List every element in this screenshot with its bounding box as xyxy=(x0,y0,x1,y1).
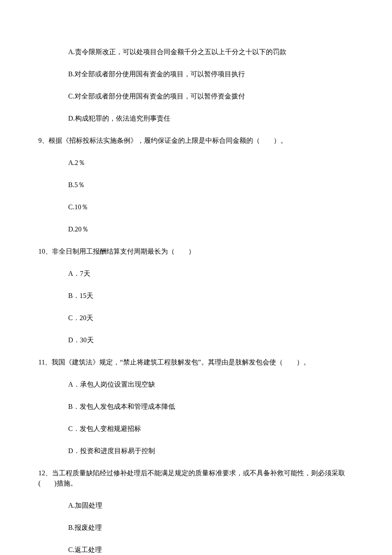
option-text: A．承包人岗位设置出现空缺 xyxy=(68,381,155,388)
q12-option-b: B.报废处理 xyxy=(38,523,354,533)
question-text: 11、我国《建筑法》规定，“禁止将建筑工程肢解发包”。其理由是肢解发包会使（ ）… xyxy=(38,358,310,366)
option-text: C.返工处理 xyxy=(68,546,102,553)
option-text: C.对全部或者部分使用国有资金的项目，可以暂停资金拨付 xyxy=(68,92,245,100)
option-text: A.责令限斯改正，可以处项目合同金额千分之五以上千分之十以下的罚款 xyxy=(68,48,286,55)
q10-option-a: A．7天 xyxy=(38,269,354,279)
q11-option-d: D．投资和进度目标易于控制 xyxy=(38,446,354,456)
option-text: B.对全部或者部分使用国有资金的项目，可以暂停项目执行 xyxy=(68,70,245,78)
option-text: B．15天 xyxy=(68,292,93,299)
q11-option-b: B．发包人发包成本和管理成本降低 xyxy=(38,402,354,412)
option-text: B.报废处理 xyxy=(68,524,102,531)
option-text: C．20天 xyxy=(68,314,93,321)
question-11: 11、我国《建筑法》规定，“禁止将建筑工程肢解发包”。其理由是肢解发包会使（ ）… xyxy=(38,357,354,367)
q10-option-d: D．30天 xyxy=(38,335,354,345)
option-text: A.加固处理 xyxy=(68,502,102,509)
question-9: 9、根据《招标投标法实施条例》，履约保证金的上限是中标合同金额的（ ）。 xyxy=(38,136,354,146)
option-text: C．发包人变相规避招标 xyxy=(68,425,141,432)
option-pre-b: B.对全部或者部分使用国有资金的项目，可以暂停项目执行 xyxy=(38,69,354,79)
option-text: D．投资和进度目标易于控制 xyxy=(68,447,155,454)
question-12: 12、当工程质量缺陷经过修补处理后不能满足规定的质量标准要求，或不具备补救可能性… xyxy=(38,468,354,489)
question-text: 9、根据《招标投标法实施条例》，履约保证金的上限是中标合同金额的（ ）。 xyxy=(38,137,287,144)
question-text: 12、当工程质量缺陷经过修补处理后不能满足规定的质量标准要求，或不具备补救可能性… xyxy=(38,469,345,487)
option-pre-a: A.责令限斯改正，可以处项目合同金额千分之五以上千分之十以下的罚款 xyxy=(38,47,354,57)
q12-option-c: C.返工处理 xyxy=(38,545,354,555)
option-pre-d: D.构成犯罪的，依法追究刑事责任 xyxy=(38,113,354,124)
option-text: D.构成犯罪的，依法追究刑事责任 xyxy=(68,115,170,122)
q11-option-a: A．承包人岗位设置出现空缺 xyxy=(38,379,354,390)
option-text: A.2％ xyxy=(68,159,85,166)
option-pre-c: C.对全部或者部分使用国有资金的项目，可以暂停资金拨付 xyxy=(38,91,354,101)
option-text: B．发包人发包成本和管理成本降低 xyxy=(68,403,175,410)
q9-option-a: A.2％ xyxy=(38,158,354,168)
q9-option-d: D.20％ xyxy=(38,224,354,234)
option-text: D．30天 xyxy=(68,336,94,344)
option-text: B.5％ xyxy=(68,181,85,188)
question-text: 10、非全日制用工报酬结算支付周期最长为（ ） xyxy=(38,248,195,255)
option-text: D.20％ xyxy=(68,225,89,233)
option-text: C.10％ xyxy=(68,203,88,211)
q10-option-c: C．20天 xyxy=(38,313,354,323)
question-10: 10、非全日制用工报酬结算支付周期最长为（ ） xyxy=(38,246,354,257)
q12-option-a: A.加固处理 xyxy=(38,500,354,511)
option-text: A．7天 xyxy=(68,270,90,277)
q10-option-b: B．15天 xyxy=(38,291,354,301)
q11-option-c: C．发包人变相规避招标 xyxy=(38,424,354,434)
q9-option-b: B.5％ xyxy=(38,180,354,190)
q9-option-c: C.10％ xyxy=(38,202,354,212)
document-page: A.责令限斯改正，可以处项目合同金额千分之五以上千分之十以下的罚款 B.对全部或… xyxy=(0,0,392,555)
